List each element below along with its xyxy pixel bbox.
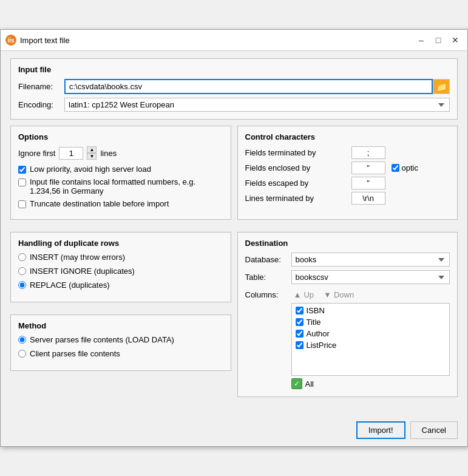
local-formatted-checkbox[interactable]	[18, 178, 26, 186]
client-radio[interactable]	[18, 350, 26, 358]
title-bar: iis Import text file – □ ✕	[1, 30, 467, 51]
col-listprice-label: ListPrice	[307, 341, 337, 350]
columns-right: ▲ Up ▼ Down ISBN Title	[291, 289, 450, 389]
truncate-checkbox[interactable]	[18, 200, 26, 208]
ignore-first-row: Ignore first ▲ ▼ lines	[18, 146, 223, 160]
minimize-button[interactable]: –	[414, 33, 429, 47]
low-priority-label: Low priority, avoid high server load	[30, 165, 151, 174]
client-radio-row[interactable]: Client parses file contents	[18, 349, 223, 358]
col-title: Title	[296, 318, 446, 327]
col-author-checkbox[interactable]	[296, 330, 304, 338]
server-label: Server parses file contents (LOAD DATA)	[30, 335, 174, 344]
import-button[interactable]: Import!	[356, 421, 405, 439]
maximize-button[interactable]: □	[431, 33, 446, 47]
fields-terminated-label: Fields terminated by	[245, 148, 348, 157]
up-button[interactable]: ▲ Up	[291, 289, 317, 301]
destination-label: Destination	[245, 239, 450, 248]
input-file-section: Input file Filename: 📁 Encoding: latin1:…	[10, 58, 458, 120]
insert-radio-row[interactable]: INSERT (may throw errors)	[18, 253, 223, 262]
insert-ignore-label: INSERT IGNORE (duplicates)	[30, 267, 135, 276]
table-select[interactable]: bookscsv	[291, 270, 450, 284]
dialog-content: Input file Filename: 📁 Encoding: latin1:…	[1, 51, 467, 416]
filename-label: Filename:	[18, 82, 61, 91]
browse-button[interactable]: 📁	[433, 79, 450, 94]
all-check-icon: ✓	[291, 378, 302, 389]
table-label: Table:	[245, 273, 288, 282]
filename-input[interactable]	[64, 79, 433, 94]
replace-label: REPLACE (duplicates)	[30, 280, 110, 290]
close-button[interactable]: ✕	[448, 33, 463, 47]
encoding-select[interactable]: latin1: cp1252 West European utf8: UTF-8…	[64, 98, 450, 112]
method-section: Method Server parses file contents (LOAD…	[10, 314, 231, 371]
window-controls: – □ ✕	[414, 33, 463, 47]
options-section: Options Ignore first ▲ ▼ lines Low prior…	[10, 126, 231, 220]
insert-label: INSERT (may throw errors)	[30, 253, 125, 262]
filename-row: 📁	[64, 79, 450, 94]
down-button[interactable]: ▼ Down	[321, 289, 356, 301]
fields-escaped-label: Fields escaped by	[245, 178, 348, 188]
footer: Import! Cancel	[1, 416, 467, 446]
app-icon: iis	[5, 35, 16, 46]
server-radio-row[interactable]: Server parses file contents (LOAD DATA)	[18, 335, 223, 344]
replace-radio-row[interactable]: REPLACE (duplicates)	[18, 280, 223, 290]
input-file-grid: Filename: 📁 Encoding: latin1: cp1252 Wes…	[18, 79, 450, 112]
optic-option[interactable]: optic	[392, 163, 450, 172]
input-file-label: Input file	[18, 65, 450, 74]
insert-radio[interactable]	[18, 253, 26, 261]
bottom-section: Handling of duplicate rows INSERT (may t…	[10, 232, 458, 403]
columns-section: Columns: ▲ Up ▼ Down ISBN	[245, 289, 450, 389]
duplicate-rows-section: Handling of duplicate rows INSERT (may t…	[10, 232, 231, 302]
control-chars-label: Control characters	[245, 132, 450, 141]
all-checkbox-wrapper: ✓ All	[291, 378, 450, 389]
lines-label: lines	[100, 149, 117, 158]
lines-terminated-input[interactable]	[351, 192, 385, 205]
replace-radio[interactable]	[18, 281, 26, 289]
ignore-first-input[interactable]	[59, 147, 83, 160]
destination-grid: Database: books Table: bookscsv	[245, 253, 450, 284]
columns-label: Columns:	[245, 289, 288, 299]
col-title-checkbox[interactable]	[296, 318, 304, 326]
destination-section: Destination Database: books Table: books…	[237, 232, 458, 397]
insert-ignore-radio-row[interactable]: INSERT IGNORE (duplicates)	[18, 267, 223, 276]
col-arrows: ▲ Up ▼ Down	[291, 289, 450, 301]
columns-list: ISBN Title Author	[291, 303, 450, 376]
col-author-label: Author	[307, 329, 330, 338]
spinner-buttons: ▲ ▼	[87, 146, 97, 160]
method-label: Method	[18, 321, 223, 330]
spinner-down[interactable]: ▼	[87, 153, 97, 160]
low-priority-row[interactable]: Low priority, avoid high server load	[18, 165, 223, 174]
database-label: Database:	[245, 255, 288, 264]
spinner-up[interactable]: ▲	[87, 146, 97, 153]
middle-section: Options Ignore first ▲ ▼ lines Low prior…	[10, 126, 458, 226]
col-isbn-checkbox[interactable]	[296, 307, 304, 314]
truncate-row[interactable]: Truncate destination table before import	[18, 199, 223, 208]
col-isbn: ISBN	[296, 306, 446, 315]
low-priority-checkbox[interactable]	[18, 166, 26, 174]
lines-terminated-label: Lines terminated by	[245, 194, 348, 203]
fields-enclosed-label: Fields enclosed by	[245, 163, 348, 172]
fields-escaped-input[interactable]	[351, 177, 385, 189]
main-window: iis Import text file – □ ✕ Input file Fi…	[0, 29, 468, 447]
col-isbn-label: ISBN	[307, 306, 325, 315]
database-select[interactable]: books	[291, 253, 450, 267]
fields-enclosed-input[interactable]	[351, 162, 385, 174]
insert-ignore-radio[interactable]	[18, 267, 26, 275]
optic-checkbox[interactable]	[392, 164, 399, 172]
control-chars-section: Control characters Fields terminated by …	[237, 126, 458, 220]
ignore-first-label: Ignore first	[18, 149, 55, 158]
options-label: Options	[18, 132, 223, 141]
duplicate-rows-label: Handling of duplicate rows	[18, 239, 223, 248]
optic-label: optic	[402, 163, 418, 172]
server-radio[interactable]	[18, 336, 26, 344]
fields-terminated-input[interactable]	[351, 146, 385, 159]
col-listprice: ListPrice	[296, 341, 446, 350]
cancel-button[interactable]: Cancel	[410, 421, 458, 439]
all-label: All	[305, 379, 314, 389]
col-title-label: Title	[307, 318, 321, 327]
local-formatted-label: Input file contains local formatted numb…	[30, 177, 223, 195]
window-title: Import text file	[20, 36, 414, 45]
local-formatted-row[interactable]: Input file contains local formatted numb…	[18, 177, 223, 195]
control-chars-grid: Fields terminated by Fields enclosed by …	[245, 146, 450, 205]
left-bottom: Handling of duplicate rows INSERT (may t…	[10, 232, 231, 403]
col-listprice-checkbox[interactable]	[296, 341, 304, 349]
